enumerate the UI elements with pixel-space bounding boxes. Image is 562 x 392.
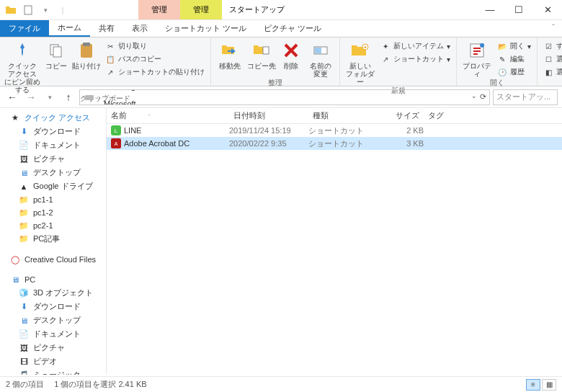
nav-gdrive[interactable]: ▲Google ドライブ [0, 179, 106, 193]
col-tag[interactable]: タグ [424, 110, 467, 121]
nav-pc[interactable]: 🖥PC [0, 273, 106, 286]
delete-button[interactable]: 削除 [279, 39, 303, 70]
close-button[interactable]: ✕ [533, 0, 562, 19]
col-size[interactable]: サイズ [380, 110, 424, 121]
tab-picture-tools[interactable]: ピクチャ ツール [255, 20, 330, 37]
cc-icon: ◯ [10, 254, 20, 264]
addr-dropdown-icon[interactable]: ⌄ [471, 92, 477, 102]
col-date[interactable]: 日付時刻 [229, 110, 308, 121]
nav-pictures2[interactable]: 🖼ピクチャ [0, 341, 106, 355]
nav-pc11[interactable]: 📁pc1-1 [0, 193, 106, 206]
contextual-tab-picture[interactable]: 管理 [180, 0, 222, 19]
details-view-button[interactable]: ≡ [526, 379, 540, 391]
nav-documents2[interactable]: 📄ドキュメント [0, 327, 106, 341]
rename-icon [311, 40, 331, 61]
star-icon: ★ [10, 113, 20, 123]
copy-button[interactable]: コピー [43, 39, 69, 70]
file-row[interactable]: LLINE2019/11/24 15:19ショートカット2 KB [107, 124, 562, 137]
thumbnails-view-button[interactable]: ▦ [542, 379, 556, 391]
refresh-icon[interactable]: ⟳ [480, 92, 486, 102]
new-folder-button[interactable]: ✦ 新しい フォルダー [344, 39, 376, 86]
desktop-icon: 🖥 [19, 168, 29, 178]
minimize-button[interactable]: — [476, 0, 504, 19]
col-type[interactable]: 種類 [308, 110, 380, 121]
nav-desktop2[interactable]: 🖥デスクトップ [0, 313, 106, 327]
group-open-label: 開く [461, 78, 532, 89]
ribbon-collapse-icon[interactable]: ˆ [545, 20, 562, 37]
breadcrumb-bar[interactable]: › Windows 7 (C:)›ユーザー›president›AppData›… [79, 89, 490, 105]
pin-icon [12, 40, 32, 61]
qat-dropdown-icon[interactable]: ▾ [37, 2, 53, 18]
new-folder-icon: ✦ [350, 40, 370, 61]
file-row[interactable]: AAdobe Acrobat DC2020/02/22 9:35ショートカット3… [107, 137, 562, 150]
tab-home[interactable]: ホーム [49, 20, 90, 37]
tab-share[interactable]: 共有 [90, 20, 123, 37]
svg-rect-12 [85, 95, 94, 100]
maximize-button[interactable]: ☐ [504, 0, 533, 19]
svg-rect-5 [263, 47, 269, 54]
tab-file[interactable]: ファイル [0, 20, 49, 37]
invert-icon: ◧ [543, 67, 553, 77]
chevron-right-icon[interactable]: › [102, 92, 109, 99]
nav-music[interactable]: 🎵ミュージック [0, 368, 106, 375]
document-icon[interactable] [20, 2, 36, 18]
cut-button[interactable]: ✂切り取り [104, 40, 206, 52]
new-item-button[interactable]: ✦新しいアイテム ▾ [379, 40, 452, 52]
move-to-button[interactable]: 移動先 [215, 39, 244, 70]
copy-to-button[interactable]: コピー先 [247, 39, 276, 70]
nav-3dobjects[interactable]: 🧊3D オブジェクト [0, 286, 106, 300]
tab-view[interactable]: 表示 [123, 20, 156, 37]
navigation-pane[interactable]: ★クイック アクセス ⬇ダウンロード 📄ドキュメント 🖼ピクチャ 🖥デスクトップ… [0, 108, 107, 375]
file-list[interactable]: LLINE2019/11/24 15:19ショートカット2 KBAAdobe A… [107, 124, 562, 375]
picture-icon: 🖼 [19, 343, 29, 353]
history-button[interactable]: 🕑履歴 [496, 66, 532, 78]
rename-button[interactable]: 名前の 変更 [306, 39, 335, 78]
svg-text:A: A [115, 141, 118, 146]
paste-shortcut-button[interactable]: ↗ショートカットの貼り付け [104, 66, 206, 78]
nav-pcarticle[interactable]: 📁PC記事 [0, 232, 106, 246]
nav-up-button[interactable]: ↑ [61, 89, 76, 105]
nav-forward-button[interactable]: → [23, 89, 39, 105]
nav-downloads2[interactable]: ⬇ダウンロード [0, 300, 106, 313]
folder-icon[interactable] [3, 2, 19, 18]
svg-rect-0 [24, 6, 32, 14]
pin-to-quick-access-button[interactable]: クイック アクセス にピン留めする [4, 39, 40, 94]
open-button[interactable]: 📂開く ▾ [496, 40, 532, 52]
contextual-tabs: 管理 管理 [138, 0, 222, 19]
nav-pc21[interactable]: 📁pc2-1 [0, 219, 106, 232]
nav-pc12[interactable]: 📁pc1-2 [0, 206, 106, 219]
nav-downloads[interactable]: ⬇ダウンロード [0, 125, 106, 138]
breadcrumb-segment[interactable]: Roaming [102, 89, 171, 91]
column-headers: 名前ˆ 日付時刻 種類 サイズ タグ [107, 108, 562, 124]
nav-ccfiles[interactable]: ◯Creative Cloud Files [0, 253, 106, 266]
nav-pictures[interactable]: 🖼ピクチャ [0, 152, 106, 166]
edit-button[interactable]: ✎編集 [496, 53, 532, 65]
nav-videos[interactable]: 🎞ビデオ [0, 355, 106, 368]
new-shortcut-button[interactable]: ↗ショートカット ▾ [379, 53, 452, 65]
paste-button[interactable]: 貼り付け [72, 39, 101, 70]
video-icon: 🎞 [19, 357, 29, 367]
status-bar: 2 個の項目 1 個の項目を選択 2.41 KB ≡ ▦ [0, 376, 562, 392]
properties-button[interactable]: プロパティ [461, 39, 493, 78]
svg-rect-7 [315, 48, 321, 53]
nav-back-button[interactable]: ← [4, 89, 20, 105]
main-area: ★クイック アクセス ⬇ダウンロード 📄ドキュメント 🖼ピクチャ 🖥デスクトップ… [0, 108, 562, 375]
scissors-icon: ✂ [105, 41, 115, 51]
col-name[interactable]: 名前ˆ [107, 110, 229, 121]
search-input[interactable]: スタートアッ... [493, 89, 558, 105]
select-none-button[interactable]: ☐選択解除 [542, 53, 562, 65]
open-icon: 📂 [497, 41, 507, 51]
nav-recent-dropdown[interactable]: ▾ [42, 89, 58, 105]
select-all-button[interactable]: ☑すべて選択 [542, 40, 562, 52]
contextual-tab-shortcut[interactable]: 管理 [138, 0, 180, 19]
nav-documents[interactable]: 📄ドキュメント [0, 138, 106, 152]
breadcrumb-segment[interactable]: Microsoft [102, 99, 171, 105]
invert-selection-button[interactable]: ◧選択の切り替え [542, 66, 562, 78]
nav-desktop[interactable]: 🖥デスクトップ [0, 166, 106, 179]
path-icon: 📋 [105, 54, 115, 64]
tab-shortcut-tools[interactable]: ショートカット ツール [156, 20, 255, 37]
drive-icon [83, 92, 96, 102]
copy-path-button[interactable]: 📋パスのコピー [104, 53, 206, 65]
svg-text:✦: ✦ [363, 45, 367, 50]
nav-quick-access[interactable]: ★クイック アクセス [0, 111, 106, 125]
